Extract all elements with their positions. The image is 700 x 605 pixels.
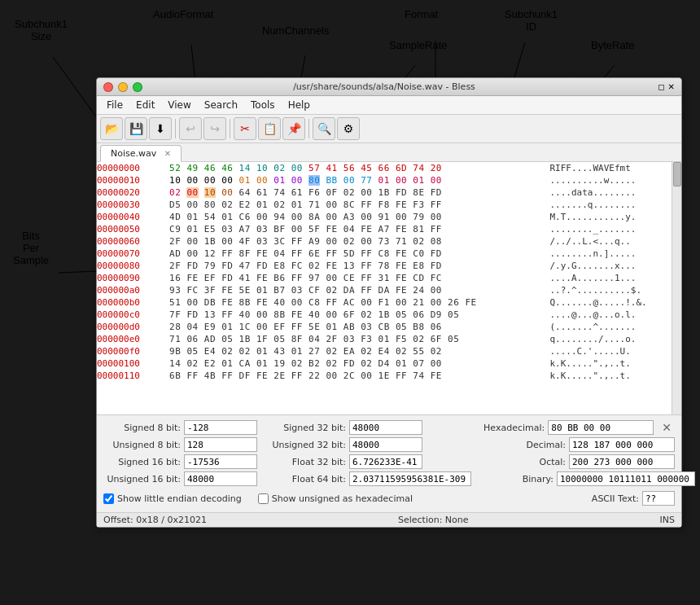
hex-byte[interactable]: 01 <box>221 212 233 222</box>
hex-byte[interactable]: F8 <box>378 199 390 210</box>
hex-byte[interactable]: FF <box>291 370 303 381</box>
hex-byte[interactable]: 08 <box>431 236 442 247</box>
hex-byte[interactable]: 03 <box>221 224 233 235</box>
decimal-input[interactable] <box>569 437 675 452</box>
hex-byte[interactable]: 3C <box>273 236 285 247</box>
table-row[interactable]: 000000802F FD 79 FD 47 FD E8 FC 02 FE 13… <box>97 260 670 272</box>
hex-byte[interactable]: 2F <box>169 236 181 247</box>
hex-byte[interactable]: 00 <box>361 297 372 308</box>
hex-byte[interactable]: E4 <box>204 346 216 357</box>
hex-byte[interactable]: 1B <box>378 187 390 198</box>
hex-byte[interactable]: 8B <box>273 309 285 320</box>
hex-byte[interactable]: FF <box>186 370 198 381</box>
hex-byte[interactable]: 4B <box>204 370 216 381</box>
hex-byte[interactable]: 04 <box>343 224 355 235</box>
hex-byte[interactable]: 01 <box>239 175 251 186</box>
hex-byte[interactable]: C8 <box>378 248 390 259</box>
hex-bytes[interactable]: AD 00 12 FF 8F FE 04 FF 6E FF 5D FF C8 F… <box>169 248 549 260</box>
hex-byte[interactable]: FD <box>431 187 442 198</box>
hex-byte[interactable]: 74 <box>413 370 424 381</box>
hex-byte[interactable]: 02 <box>326 358 337 369</box>
toolbar-paste[interactable]: 📌 <box>282 117 305 140</box>
close-button[interactable] <box>103 82 113 92</box>
hex-byte[interactable]: 13 <box>343 261 355 271</box>
hex-byte[interactable]: 05 <box>186 346 198 357</box>
hex-byte[interactable]: 01 <box>186 224 198 235</box>
hex-byte[interactable]: 12 <box>204 248 216 259</box>
hex-byte[interactable]: 20 <box>431 163 442 173</box>
hex-byte[interactable]: 00 <box>431 297 442 308</box>
hex-byte[interactable]: D4 <box>378 358 390 369</box>
hex-byte[interactable]: 7F <box>169 309 181 320</box>
hex-byte[interactable]: 05 <box>221 334 233 344</box>
hex-bytes[interactable]: 10 00 00 00 01 00 01 00 80 BB 00 77 01 0… <box>169 174 549 186</box>
hex-byte[interactable]: E2 <box>239 199 251 210</box>
hex-byte[interactable]: 21 <box>413 297 424 308</box>
hex-byte[interactable]: 6F <box>431 334 442 344</box>
hex-byte[interactable]: B2 <box>308 358 320 369</box>
hex-byte[interactable]: 00 <box>256 175 268 186</box>
hex-byte[interactable]: C0 <box>413 248 424 259</box>
hex-byte[interactable]: 05 <box>448 309 459 320</box>
unsigned32-input[interactable] <box>349 437 422 452</box>
hex-byte[interactable]: FD <box>186 261 198 271</box>
hex-byte[interactable]: 02 <box>326 285 337 296</box>
table-row[interactable]: 000000b051 00 DB FE 8B FE 40 00 C8 FF AC… <box>97 296 670 309</box>
hex-byte[interactable]: 8F <box>291 334 303 344</box>
hex-byte[interactable]: A3 <box>343 212 355 222</box>
hex-byte[interactable]: AC <box>343 297 355 308</box>
hex-bytes[interactable]: 7F FD 13 FF 40 00 8B FE 40 00 6F 02 1B 0… <box>169 309 549 321</box>
hex-byte[interactable]: 00 <box>256 322 268 332</box>
hex-byte[interactable]: 41 <box>239 273 251 283</box>
hex-byte[interactable]: FE <box>465 297 476 308</box>
signed8-input[interactable] <box>184 420 257 435</box>
hex-byte[interactable]: C6 <box>239 212 251 222</box>
hex-byte[interactable]: 02 <box>308 261 320 271</box>
hex-bytes[interactable]: 4D 01 54 01 C6 00 94 00 8A 00 A3 00 91 0… <box>169 211 549 223</box>
hex-byte[interactable]: 94 <box>273 212 285 222</box>
hex-byte[interactable]: 49 <box>186 163 198 173</box>
hex-byte[interactable]: FF <box>361 273 372 283</box>
hex-byte[interactable]: 9B <box>169 346 181 357</box>
little-endian-checkbox-label[interactable]: Show little endian decoding <box>103 493 242 504</box>
hex-byte[interactable]: 77 <box>361 175 372 186</box>
hex-byte[interactable]: 8F <box>239 248 251 259</box>
hex-byte[interactable]: 46 <box>221 163 233 173</box>
hex-byte[interactable]: D9 <box>431 309 442 320</box>
table-row[interactable]: 00000030D5 00 80 02 E2 01 02 01 71 00 8C… <box>97 199 670 211</box>
toolbar-find[interactable]: 🔍 <box>313 117 335 140</box>
hex-byte[interactable]: 2F <box>326 334 337 344</box>
hex-byte[interactable]: 1B <box>204 236 216 247</box>
hex-byte[interactable]: 03 <box>361 322 372 332</box>
hex-byte[interactable]: FE <box>291 309 303 320</box>
hex-byte[interactable]: FF <box>326 297 337 308</box>
hex-byte[interactable]: 01 <box>256 199 268 210</box>
hex-byte[interactable]: DA <box>343 285 355 296</box>
hex-byte[interactable]: 00 <box>431 358 442 369</box>
hex-byte[interactable]: 02 <box>186 358 198 369</box>
hex-byte[interactable]: FD <box>431 248 442 259</box>
hex-byte[interactable]: FF <box>291 248 303 259</box>
toolbar-open[interactable]: 📂 <box>100 117 123 140</box>
hex-byte[interactable]: 22 <box>308 370 320 381</box>
hex-byte[interactable]: 06 <box>186 334 198 344</box>
hex-byte[interactable]: 6D <box>396 163 407 173</box>
table-row[interactable]: 000000c07F FD 13 FF 40 00 8B FE 40 00 6F… <box>97 309 670 321</box>
hex-byte[interactable]: FE <box>221 285 233 296</box>
hex-byte[interactable]: 8A <box>308 212 320 222</box>
hex-bytes[interactable]: 71 06 AD 05 1B 1F 05 8F 04 2F 03 F3 01 F… <box>169 333 549 345</box>
menu-view[interactable]: View <box>161 98 197 112</box>
hex-byte[interactable]: 8E <box>413 187 424 198</box>
hex-byte[interactable]: 03 <box>256 224 268 235</box>
hex-byte[interactable]: 45 <box>361 163 372 173</box>
hex-byte[interactable]: E8 <box>413 261 424 271</box>
hex-byte[interactable]: 00 <box>186 187 198 198</box>
hex-bytes[interactable]: 28 04 E9 01 1C 00 EF FF 5E 01 AB 03 CB 0… <box>169 321 549 333</box>
hex-byte[interactable]: CF <box>308 285 320 296</box>
table-row[interactable]: 000000f09B 05 E4 02 02 01 43 01 27 02 EA… <box>97 345 670 357</box>
hex-byte[interactable]: 27 <box>308 346 320 357</box>
hex-byte[interactable]: 5E <box>308 322 320 332</box>
hex-byte[interactable]: 28 <box>169 322 181 332</box>
menu-tools[interactable]: Tools <box>244 98 282 112</box>
float32-input[interactable] <box>349 454 422 469</box>
